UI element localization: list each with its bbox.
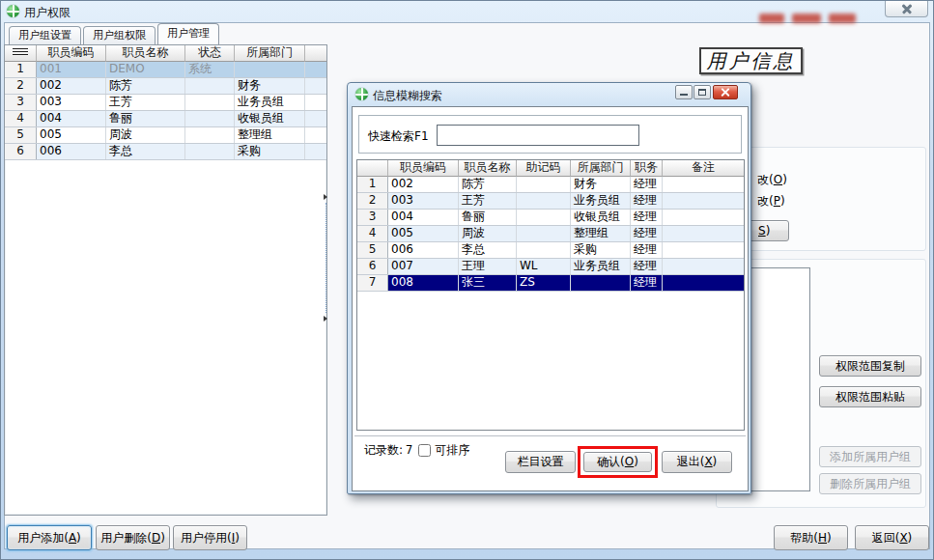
cell: ZS	[517, 275, 571, 291]
column-header[interactable]: 职员名称	[106, 45, 185, 62]
add-user-group-button[interactable]: 添加所属用户组	[819, 446, 921, 467]
cell: 王芳	[106, 95, 185, 110]
cell	[305, 111, 326, 126]
table-row[interactable]: 4005周波整理组经理	[357, 226, 744, 242]
column-header[interactable]: 助记码	[517, 160, 571, 177]
password-modify-fragment: 改(P)	[757, 193, 785, 210]
cell	[305, 62, 326, 77]
tab-user-group-settings[interactable]: 用户组设置	[9, 26, 81, 44]
cell: 李总	[459, 242, 517, 258]
cell: 005	[37, 127, 106, 143]
maximize-button[interactable]	[693, 85, 711, 99]
cell: 经理	[631, 242, 663, 258]
cell: 003	[37, 95, 106, 110]
fuzzy-search-dialog: 信息模糊搜索 快速检索F1 职员编码 职员名称 助记码 所属部门 职务 备注	[347, 82, 751, 494]
cell	[185, 78, 235, 94]
select-all-header[interactable]	[5, 45, 37, 62]
column-header[interactable]: 职务	[631, 160, 663, 177]
sortable-checkbox[interactable]	[418, 444, 431, 457]
row-number-header[interactable]	[357, 160, 388, 177]
dialog-close-button[interactable]	[713, 85, 738, 99]
employee-grid-panel: 职员编码 职员名称 状态 所属部门 1001DEMO系统2002陈芳财务3003…	[4, 44, 327, 516]
confirm-highlight-ring: 确认(O)	[578, 446, 658, 478]
cell	[663, 275, 744, 291]
close-icon	[902, 4, 912, 14]
column-header[interactable]: 状态	[185, 45, 235, 62]
main-close-button[interactable]	[885, 1, 928, 17]
cell	[305, 144, 326, 159]
records-info: 记录数: 7 可排序	[364, 442, 469, 458]
delete-user-group-button[interactable]: 删除所属用户组	[819, 473, 921, 494]
cell: 007	[388, 259, 459, 274]
column-header[interactable]: 职员名称	[459, 160, 517, 177]
table-row[interactable]: 6007王理WL业务员组经理	[357, 259, 744, 275]
chevron-right-icon[interactable]	[324, 194, 327, 200]
column-header[interactable]: 职员编码	[37, 45, 106, 62]
table-row[interactable]: 7008张三ZS经理	[357, 275, 744, 292]
quick-search-box: 快速检索F1	[358, 115, 742, 154]
cell: 经理	[631, 226, 663, 241]
search-grid-body: 1002陈芳财务经理2003王芳业务员组经理3004鲁丽收银员组经理4005周波…	[357, 177, 744, 292]
permission-copy-button[interactable]: 权限范围复制	[819, 355, 921, 377]
user-info-heading: 用户信息	[699, 47, 803, 74]
cell	[663, 193, 744, 209]
quick-search-input[interactable]	[437, 125, 639, 146]
cell: 系统	[185, 62, 235, 77]
table-row[interactable]: 6006李总采购	[5, 144, 326, 160]
sortable-label: 可排序	[435, 442, 469, 459]
return-button[interactable]: 返回(X)	[855, 525, 929, 550]
cell: 008	[388, 275, 459, 291]
row-number-cell: 2	[357, 193, 388, 209]
user-disable-button[interactable]: 用户停用(I)	[173, 525, 247, 550]
table-row[interactable]: 1002陈芳财务经理	[357, 177, 744, 193]
close-icon	[722, 88, 730, 97]
table-row[interactable]: 3004鲁丽收银员组经理	[357, 210, 744, 226]
user-add-button[interactable]: 用户添加(A)	[7, 525, 92, 550]
records-label: 记录数:	[364, 442, 403, 459]
column-header[interactable]: 所属部门	[571, 160, 631, 177]
table-row[interactable]: 5005周波整理组	[5, 127, 326, 144]
table-row[interactable]: 1001DEMO系统	[5, 62, 326, 78]
cell	[663, 259, 744, 274]
column-header[interactable]: 所属部门	[235, 45, 305, 62]
cell: 经理	[631, 177, 663, 192]
panel-splitter[interactable]	[321, 194, 330, 322]
cell	[185, 144, 235, 159]
dialog-titlebar[interactable]: 信息模糊搜索	[348, 83, 750, 106]
cell: 004	[388, 210, 459, 225]
user-delete-button[interactable]: 用户删除(D)	[96, 525, 170, 550]
help-button[interactable]: 帮助(H)	[774, 525, 848, 550]
minimize-button[interactable]	[675, 85, 693, 99]
cell: 周波	[106, 127, 185, 143]
minimize-icon	[680, 94, 688, 96]
table-row[interactable]: 2002陈芳财务	[5, 78, 326, 95]
cell	[235, 62, 305, 77]
confirm-button[interactable]: 确认(O)	[583, 452, 652, 472]
column-settings-button[interactable]: 栏目设置	[505, 451, 576, 473]
table-row[interactable]: 4004鲁丽收银员组	[5, 111, 326, 127]
chevron-right-icon[interactable]	[324, 316, 327, 322]
cell: 业务员组	[571, 259, 631, 274]
cell: 002	[388, 177, 459, 192]
cell	[517, 226, 571, 241]
permission-paste-button[interactable]: 权限范围粘贴	[819, 386, 921, 407]
cell	[185, 95, 235, 110]
cell	[571, 275, 631, 291]
table-row[interactable]: 5006李总采购经理	[357, 242, 744, 259]
employee-grid-header: 职员编码 职员名称 状态 所属部门	[5, 45, 326, 62]
cell	[663, 226, 744, 241]
cell	[517, 210, 571, 225]
exit-button[interactable]: 退出(X)	[662, 451, 732, 473]
column-header[interactable]: 职员编码	[388, 160, 459, 177]
table-row[interactable]: 2003王芳业务员组经理	[357, 193, 744, 210]
column-header[interactable]: 备注	[663, 160, 744, 177]
tab-user-management[interactable]: 用户管理	[157, 23, 219, 44]
tab-user-group-permissions[interactable]: 用户组权限	[83, 26, 156, 44]
row-number-cell: 4	[5, 111, 37, 126]
cell	[517, 177, 571, 192]
cell: 李总	[106, 144, 185, 159]
table-row[interactable]: 3003王芳业务员组	[5, 95, 326, 111]
row-marker-icon	[13, 48, 28, 57]
cell	[305, 127, 326, 143]
cell: DEMO	[106, 62, 185, 77]
